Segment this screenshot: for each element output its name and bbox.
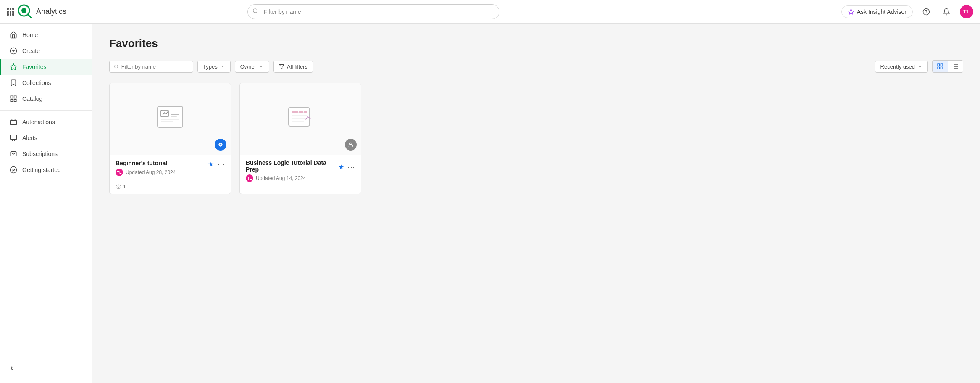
search-input[interactable]: [247, 4, 499, 19]
svg-rect-16: [11, 120, 17, 125]
toolbar: Types Owner All filters Recently used: [109, 60, 963, 73]
app-thumbnail-icon: [153, 104, 187, 134]
sidebar-item-getting-started[interactable]: Getting started: [0, 162, 92, 178]
grid-view-button[interactable]: [933, 61, 948, 72]
grid-view-icon: [937, 63, 943, 70]
grid-menu-icon[interactable]: [7, 8, 14, 16]
types-label: Types: [203, 63, 218, 70]
filter-input-wrapper: [109, 61, 193, 73]
cards-grid: Beginner's tutorial ★ ⋯ TL Updated Aug 2…: [109, 83, 963, 194]
favorite-star-button[interactable]: ★: [208, 160, 214, 168]
owner-filter-button[interactable]: Owner: [235, 61, 269, 73]
svg-rect-14: [11, 100, 13, 102]
collapse-button[interactable]: [0, 360, 92, 376]
page-title: Favorites: [109, 37, 963, 50]
insight-advisor-button[interactable]: Ask Insight Advisor: [841, 5, 913, 18]
main-content: Favorites Types Owner: [92, 24, 980, 383]
card-thumbnail: [240, 83, 361, 155]
owner-chevron-icon: [259, 64, 264, 69]
svg-marker-11: [11, 64, 17, 70]
sidebar-item-home[interactable]: Home: [0, 27, 92, 43]
eye-icon: [116, 184, 121, 190]
owner-label: Owner: [240, 63, 256, 70]
svg-rect-25: [941, 64, 943, 66]
svg-rect-38: [161, 119, 179, 120]
sidebar-item-subscriptions[interactable]: Subscriptions: [0, 146, 92, 162]
card-business-logic[interactable]: Business Logic Tutorial Data Prep ★ ⋯ TL…: [239, 83, 361, 194]
svg-rect-39: [161, 121, 173, 122]
qlik-logo[interactable]: [18, 4, 33, 19]
topnav-right: Ask Insight Advisor TL: [841, 5, 973, 18]
types-filter-button[interactable]: Types: [197, 61, 231, 73]
svg-point-3: [253, 8, 257, 12]
sort-label: Recently used: [880, 63, 915, 70]
sidebar: Home Create Favorites Collections: [0, 24, 92, 383]
svg-rect-24: [938, 64, 940, 66]
svg-rect-12: [11, 96, 13, 98]
all-filters-button[interactable]: All filters: [273, 61, 313, 73]
automations-icon: [10, 118, 17, 126]
favorites-icon: [10, 63, 17, 71]
sidebar-item-collections[interactable]: Collections: [0, 75, 92, 91]
sidebar-item-label: Catalog: [22, 95, 42, 102]
card-beginners-tutorial[interactable]: Beginner's tutorial ★ ⋯ TL Updated Aug 2…: [109, 83, 231, 194]
svg-rect-51: [304, 111, 307, 113]
sidebar-item-favorites[interactable]: Favorites: [0, 59, 92, 75]
card-badge-data: [345, 139, 357, 151]
card-updated: Updated Aug 14, 2024: [256, 175, 306, 181]
views-count: 1: [110, 184, 231, 194]
types-chevron-icon: [220, 64, 225, 69]
card-footer: Beginner's tutorial ★ ⋯ TL Updated Aug 2…: [110, 155, 231, 180]
svg-rect-49: [292, 111, 298, 113]
svg-rect-13: [14, 96, 16, 98]
home-icon: [10, 31, 17, 39]
svg-point-43: [118, 186, 119, 188]
topnav: Analytics Ask Insight Advisor: [0, 0, 980, 24]
sidebar-item-label: Collections: [22, 79, 51, 86]
view-toggle: [932, 60, 963, 73]
svg-line-22: [117, 67, 118, 68]
card-title: Business Logic Tutorial Data Prep: [246, 159, 338, 173]
search-bar: [247, 4, 499, 19]
card-meta: TL Updated Aug 28, 2024: [116, 169, 225, 176]
card-badge-app: [215, 139, 226, 151]
sidebar-divider: [0, 110, 92, 111]
card-thumbnail: [110, 83, 231, 155]
help-button[interactable]: [920, 5, 933, 18]
data-thumbnail-icon: [284, 104, 317, 134]
topnav-left: Analytics: [7, 4, 66, 19]
notifications-button[interactable]: [940, 5, 953, 18]
svg-rect-17: [11, 135, 17, 140]
card-footer-row: Business Logic Tutorial Data Prep ★ ⋯: [246, 159, 355, 174]
favorite-star-button[interactable]: ★: [338, 163, 344, 171]
sidebar-item-label: Automations: [22, 119, 55, 125]
sidebar-item-label: Alerts: [22, 135, 37, 141]
sidebar-item-label: Create: [22, 48, 40, 54]
more-options-button[interactable]: ⋯: [347, 162, 355, 172]
sort-button[interactable]: Recently used: [875, 61, 928, 73]
collections-icon: [10, 79, 17, 87]
filter-by-name-input[interactable]: [121, 63, 189, 70]
sidebar-item-create[interactable]: Create: [0, 43, 92, 59]
sidebar-item-catalog[interactable]: Catalog: [0, 91, 92, 107]
sidebar-item-automations[interactable]: Automations: [0, 114, 92, 130]
svg-line-4: [257, 12, 258, 13]
sidebar-item-label: Favorites: [22, 63, 47, 70]
avatar[interactable]: TL: [960, 5, 973, 18]
list-view-button[interactable]: [948, 61, 963, 72]
more-options-button[interactable]: ⋯: [217, 159, 225, 169]
svg-rect-27: [941, 67, 943, 69]
svg-rect-26: [938, 67, 940, 69]
svg-rect-37: [171, 116, 177, 117]
svg-rect-15: [14, 100, 16, 102]
alerts-icon: [10, 134, 17, 142]
create-icon: [10, 47, 17, 55]
sidebar-item-label: Home: [22, 32, 38, 38]
sidebar-item-label: Getting started: [22, 166, 61, 173]
sidebar-item-alerts[interactable]: Alerts: [0, 130, 92, 146]
svg-point-21: [114, 65, 118, 68]
collapse-icon: [8, 365, 16, 372]
all-filters-label: All filters: [287, 63, 307, 70]
views-number: 1: [123, 184, 126, 190]
svg-marker-5: [848, 9, 854, 14]
